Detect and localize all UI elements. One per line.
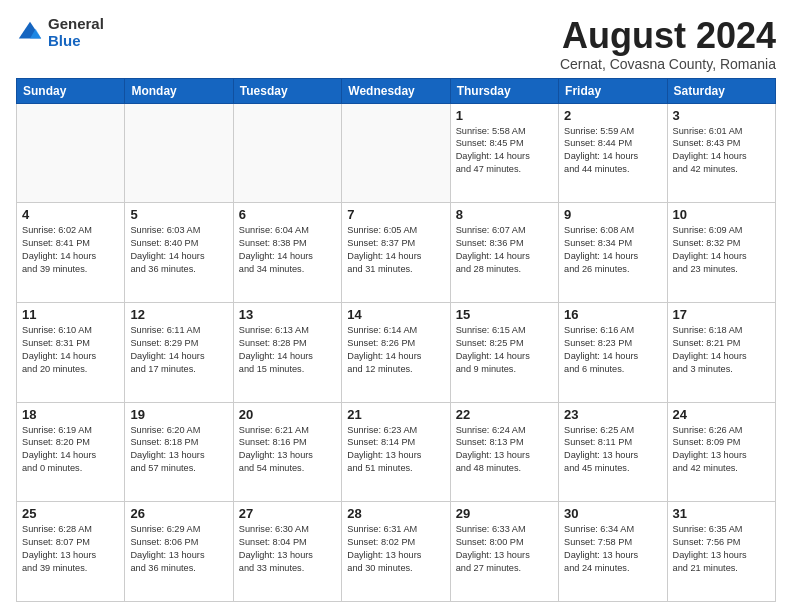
calendar-cell-w3-d1: 19Sunrise: 6:20 AM Sunset: 8:18 PM Dayli… bbox=[125, 402, 233, 502]
calendar-cell-w2-d3: 14Sunrise: 6:14 AM Sunset: 8:26 PM Dayli… bbox=[342, 302, 450, 402]
day-info: Sunrise: 6:14 AM Sunset: 8:26 PM Dayligh… bbox=[347, 324, 444, 376]
day-number: 28 bbox=[347, 506, 444, 521]
day-info: Sunrise: 6:23 AM Sunset: 8:14 PM Dayligh… bbox=[347, 424, 444, 476]
day-info: Sunrise: 6:07 AM Sunset: 8:36 PM Dayligh… bbox=[456, 224, 553, 276]
week-row-3: 11Sunrise: 6:10 AM Sunset: 8:31 PM Dayli… bbox=[17, 302, 776, 402]
day-info: Sunrise: 6:19 AM Sunset: 8:20 PM Dayligh… bbox=[22, 424, 119, 476]
calendar-cell-w4-d1: 26Sunrise: 6:29 AM Sunset: 8:06 PM Dayli… bbox=[125, 502, 233, 602]
day-number: 30 bbox=[564, 506, 661, 521]
day-info: Sunrise: 6:26 AM Sunset: 8:09 PM Dayligh… bbox=[673, 424, 770, 476]
calendar-cell-w3-d3: 21Sunrise: 6:23 AM Sunset: 8:14 PM Dayli… bbox=[342, 402, 450, 502]
calendar-cell-w0-d0 bbox=[17, 103, 125, 203]
day-info: Sunrise: 5:58 AM Sunset: 8:45 PM Dayligh… bbox=[456, 125, 553, 177]
day-number: 14 bbox=[347, 307, 444, 322]
day-number: 6 bbox=[239, 207, 336, 222]
day-info: Sunrise: 6:13 AM Sunset: 8:28 PM Dayligh… bbox=[239, 324, 336, 376]
calendar-cell-w1-d3: 7Sunrise: 6:05 AM Sunset: 8:37 PM Daylig… bbox=[342, 203, 450, 303]
calendar-cell-w0-d1 bbox=[125, 103, 233, 203]
day-info: Sunrise: 5:59 AM Sunset: 8:44 PM Dayligh… bbox=[564, 125, 661, 177]
calendar-cell-w4-d6: 31Sunrise: 6:35 AM Sunset: 7:56 PM Dayli… bbox=[667, 502, 775, 602]
day-info: Sunrise: 6:10 AM Sunset: 8:31 PM Dayligh… bbox=[22, 324, 119, 376]
calendar-cell-w0-d4: 1Sunrise: 5:58 AM Sunset: 8:45 PM Daylig… bbox=[450, 103, 558, 203]
page: General Blue August 2024 Cernat, Covasna… bbox=[0, 0, 792, 612]
day-info: Sunrise: 6:08 AM Sunset: 8:34 PM Dayligh… bbox=[564, 224, 661, 276]
calendar-cell-w3-d2: 20Sunrise: 6:21 AM Sunset: 8:16 PM Dayli… bbox=[233, 402, 341, 502]
day-number: 24 bbox=[673, 407, 770, 422]
day-info: Sunrise: 6:11 AM Sunset: 8:29 PM Dayligh… bbox=[130, 324, 227, 376]
calendar-cell-w0-d3 bbox=[342, 103, 450, 203]
header-sunday: Sunday bbox=[17, 78, 125, 103]
calendar-cell-w4-d0: 25Sunrise: 6:28 AM Sunset: 8:07 PM Dayli… bbox=[17, 502, 125, 602]
calendar-cell-w2-d2: 13Sunrise: 6:13 AM Sunset: 8:28 PM Dayli… bbox=[233, 302, 341, 402]
calendar-cell-w1-d4: 8Sunrise: 6:07 AM Sunset: 8:36 PM Daylig… bbox=[450, 203, 558, 303]
day-number: 13 bbox=[239, 307, 336, 322]
header-tuesday: Tuesday bbox=[233, 78, 341, 103]
day-info: Sunrise: 6:15 AM Sunset: 8:25 PM Dayligh… bbox=[456, 324, 553, 376]
header-thursday: Thursday bbox=[450, 78, 558, 103]
week-row-5: 25Sunrise: 6:28 AM Sunset: 8:07 PM Dayli… bbox=[17, 502, 776, 602]
day-number: 15 bbox=[456, 307, 553, 322]
day-info: Sunrise: 6:24 AM Sunset: 8:13 PM Dayligh… bbox=[456, 424, 553, 476]
day-number: 19 bbox=[130, 407, 227, 422]
day-info: Sunrise: 6:31 AM Sunset: 8:02 PM Dayligh… bbox=[347, 523, 444, 575]
day-info: Sunrise: 6:35 AM Sunset: 7:56 PM Dayligh… bbox=[673, 523, 770, 575]
day-info: Sunrise: 6:25 AM Sunset: 8:11 PM Dayligh… bbox=[564, 424, 661, 476]
header-monday: Monday bbox=[125, 78, 233, 103]
logo-icon bbox=[16, 19, 44, 47]
day-number: 2 bbox=[564, 108, 661, 123]
calendar-cell-w3-d6: 24Sunrise: 6:26 AM Sunset: 8:09 PM Dayli… bbox=[667, 402, 775, 502]
day-info: Sunrise: 6:34 AM Sunset: 7:58 PM Dayligh… bbox=[564, 523, 661, 575]
calendar-cell-w2-d1: 12Sunrise: 6:11 AM Sunset: 8:29 PM Dayli… bbox=[125, 302, 233, 402]
logo: General Blue bbox=[16, 16, 104, 49]
day-info: Sunrise: 6:02 AM Sunset: 8:41 PM Dayligh… bbox=[22, 224, 119, 276]
day-number: 16 bbox=[564, 307, 661, 322]
calendar-cell-w0-d2 bbox=[233, 103, 341, 203]
day-number: 25 bbox=[22, 506, 119, 521]
calendar-cell-w2-d4: 15Sunrise: 6:15 AM Sunset: 8:25 PM Dayli… bbox=[450, 302, 558, 402]
calendar-cell-w2-d0: 11Sunrise: 6:10 AM Sunset: 8:31 PM Dayli… bbox=[17, 302, 125, 402]
day-info: Sunrise: 6:29 AM Sunset: 8:06 PM Dayligh… bbox=[130, 523, 227, 575]
day-number: 10 bbox=[673, 207, 770, 222]
header-friday: Friday bbox=[559, 78, 667, 103]
day-number: 5 bbox=[130, 207, 227, 222]
calendar-cell-w1-d6: 10Sunrise: 6:09 AM Sunset: 8:32 PM Dayli… bbox=[667, 203, 775, 303]
calendar-cell-w1-d1: 5Sunrise: 6:03 AM Sunset: 8:40 PM Daylig… bbox=[125, 203, 233, 303]
week-row-4: 18Sunrise: 6:19 AM Sunset: 8:20 PM Dayli… bbox=[17, 402, 776, 502]
day-info: Sunrise: 6:18 AM Sunset: 8:21 PM Dayligh… bbox=[673, 324, 770, 376]
day-number: 12 bbox=[130, 307, 227, 322]
day-number: 11 bbox=[22, 307, 119, 322]
day-number: 22 bbox=[456, 407, 553, 422]
calendar-cell-w4-d4: 29Sunrise: 6:33 AM Sunset: 8:00 PM Dayli… bbox=[450, 502, 558, 602]
month-title: August 2024 bbox=[560, 16, 776, 56]
calendar-cell-w1-d0: 4Sunrise: 6:02 AM Sunset: 8:41 PM Daylig… bbox=[17, 203, 125, 303]
day-number: 4 bbox=[22, 207, 119, 222]
day-info: Sunrise: 6:28 AM Sunset: 8:07 PM Dayligh… bbox=[22, 523, 119, 575]
weekday-header-row: Sunday Monday Tuesday Wednesday Thursday… bbox=[17, 78, 776, 103]
calendar-cell-w4-d5: 30Sunrise: 6:34 AM Sunset: 7:58 PM Dayli… bbox=[559, 502, 667, 602]
day-number: 31 bbox=[673, 506, 770, 521]
logo-general: General bbox=[48, 16, 104, 33]
title-block: August 2024 Cernat, Covasna County, Roma… bbox=[560, 16, 776, 72]
calendar-cell-w3-d0: 18Sunrise: 6:19 AM Sunset: 8:20 PM Dayli… bbox=[17, 402, 125, 502]
calendar-cell-w1-d2: 6Sunrise: 6:04 AM Sunset: 8:38 PM Daylig… bbox=[233, 203, 341, 303]
day-number: 7 bbox=[347, 207, 444, 222]
calendar-table: Sunday Monday Tuesday Wednesday Thursday… bbox=[16, 78, 776, 602]
day-info: Sunrise: 6:03 AM Sunset: 8:40 PM Dayligh… bbox=[130, 224, 227, 276]
calendar-cell-w3-d5: 23Sunrise: 6:25 AM Sunset: 8:11 PM Dayli… bbox=[559, 402, 667, 502]
week-row-1: 1Sunrise: 5:58 AM Sunset: 8:45 PM Daylig… bbox=[17, 103, 776, 203]
day-number: 9 bbox=[564, 207, 661, 222]
logo-blue: Blue bbox=[48, 33, 104, 50]
day-number: 21 bbox=[347, 407, 444, 422]
header-wednesday: Wednesday bbox=[342, 78, 450, 103]
calendar-cell-w3-d4: 22Sunrise: 6:24 AM Sunset: 8:13 PM Dayli… bbox=[450, 402, 558, 502]
day-info: Sunrise: 6:21 AM Sunset: 8:16 PM Dayligh… bbox=[239, 424, 336, 476]
week-row-2: 4Sunrise: 6:02 AM Sunset: 8:41 PM Daylig… bbox=[17, 203, 776, 303]
day-info: Sunrise: 6:04 AM Sunset: 8:38 PM Dayligh… bbox=[239, 224, 336, 276]
calendar-cell-w0-d5: 2Sunrise: 5:59 AM Sunset: 8:44 PM Daylig… bbox=[559, 103, 667, 203]
calendar-cell-w2-d6: 17Sunrise: 6:18 AM Sunset: 8:21 PM Dayli… bbox=[667, 302, 775, 402]
day-number: 20 bbox=[239, 407, 336, 422]
day-info: Sunrise: 6:09 AM Sunset: 8:32 PM Dayligh… bbox=[673, 224, 770, 276]
day-number: 3 bbox=[673, 108, 770, 123]
day-info: Sunrise: 6:16 AM Sunset: 8:23 PM Dayligh… bbox=[564, 324, 661, 376]
logo-text: General Blue bbox=[48, 16, 104, 49]
